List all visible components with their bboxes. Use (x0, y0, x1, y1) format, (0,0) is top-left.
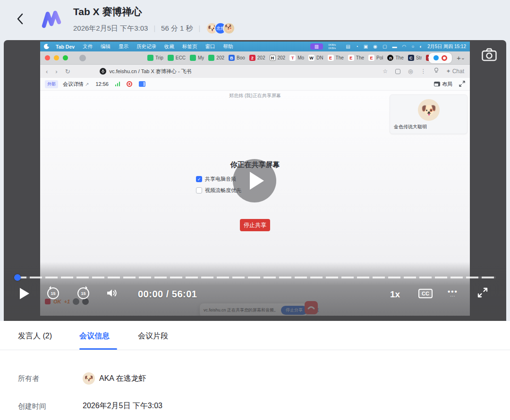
stop-sharing-button[interactable]: 停止共享 (240, 219, 270, 231)
fullscreen-button[interactable] (477, 287, 488, 300)
bookmark-icon[interactable]: ☆ (382, 68, 388, 75)
layout-button[interactable]: 布局 (434, 81, 452, 88)
nav-forward-icon[interactable]: › (55, 68, 57, 75)
browser-tab[interactable]: W DN (308, 55, 323, 61)
browser-tab[interactable]: E The (348, 55, 364, 61)
meeting-detail-label: 会议详情 (63, 81, 84, 88)
menubar-menu-item[interactable]: 编辑 (101, 43, 110, 50)
profile-icon[interactable]: ◎ (408, 68, 413, 75)
twitter-favicon (434, 55, 439, 60)
chat-button[interactable]: ✦ Chat (446, 68, 464, 75)
menubar-status-icons: ▤◔▣◉▢▬◠○◐ (346, 44, 422, 49)
menubar-menu-item[interactable]: 收藏 (164, 43, 174, 50)
share-audio-option[interactable]: ✓ 共享电脑音频 (196, 176, 236, 183)
browser-tab[interactable]: Trip (147, 55, 163, 61)
meeting-toolbar: 外部 会议详情 ↗ 12:56 布局 (40, 78, 470, 91)
expand-meeting-icon[interactable] (459, 81, 465, 88)
meeting-duration: 56 分 1 秒 (161, 24, 193, 33)
recording-dot-icon (127, 81, 132, 87)
meeting-replay-page: Tab X 赛博禅心 2026年2月5日 下午3:03 | 56 分 1 秒 |… (0, 0, 510, 420)
captions-button[interactable]: CC (418, 289, 433, 298)
tab-favicon (147, 55, 153, 61)
progress-knob[interactable] (14, 274, 21, 281)
browser-tab[interactable]: 202 (208, 55, 224, 61)
tab-favicon: T (289, 55, 296, 61)
urlbar-actions: ☆ ◎ ⋮ ✦ Chat (382, 67, 464, 75)
status-icon: ◔ (356, 44, 358, 49)
owner-avatar[interactable]: 🐶 (83, 372, 95, 385)
menubar-status-area: ▥ 0KB/s 0KB/s ▤◔▣◉▢▬◠○◐ 2月5日 周四 15:12 (310, 43, 466, 50)
traffic-close-icon[interactable] (45, 55, 50, 60)
browser-tab[interactable]: E Pol (368, 55, 383, 61)
browser-tab[interactable]: H 202 (270, 55, 286, 61)
view-mode-icon[interactable] (139, 81, 145, 87)
back-button[interactable] (14, 11, 26, 28)
playback-speed-button[interactable]: 1x (390, 289, 400, 300)
avatar[interactable]: 🐕 (223, 22, 235, 34)
tab-label: 202 (257, 55, 265, 60)
apple-icon (44, 44, 49, 49)
more-options-button[interactable]: ••• ··· (448, 289, 458, 299)
traffic-zoom-icon[interactable] (63, 55, 68, 60)
new-tab-button[interactable]: + (457, 54, 461, 62)
lightbulb-icon[interactable] (434, 67, 439, 75)
browser-tabstrip: Trip ECC My (40, 51, 470, 65)
browser-menu-icon[interactable]: ⋮ (421, 68, 426, 75)
menubar-menu-item[interactable]: 历史记录 (136, 43, 156, 50)
progress-bar[interactable] (14, 277, 496, 278)
tab-meeting-info[interactable]: 会议信息 (79, 331, 110, 341)
meeting-detail-link[interactable]: 会议详情 ↗ (63, 81, 89, 88)
tab-favicon: B (229, 55, 235, 61)
menubar-menu-item[interactable]: 标签页 (182, 43, 197, 50)
tab-favicon (168, 55, 174, 61)
browser-tab[interactable]: n The (387, 55, 403, 61)
more-dots-sub: ··· (448, 294, 458, 299)
time-display: 00:00 / 56:01 (138, 289, 197, 300)
traffic-minimize-icon[interactable] (54, 55, 59, 60)
screenshare-status-icon: ▥ (310, 43, 323, 50)
tab-favicon: C (408, 55, 414, 61)
sidebar-toggle-icon[interactable] (79, 55, 86, 61)
header-meta: 2026年2月5日 下午3:03 | 56 分 1 秒 | 🐶 忠炜 🐕 (73, 22, 235, 34)
checkbox-checked-icon[interactable]: ✓ (196, 176, 202, 182)
video-player[interactable]: Tab Dev 文件编辑显示历史记录收藏标签页窗口帮助 ▥ 0KB/s 0KB/… (4, 40, 506, 321)
menubar-menu-item[interactable]: 窗口 (205, 43, 215, 50)
browser-tab[interactable]: ECC (168, 55, 186, 61)
tab-label: My (198, 55, 204, 60)
address-text[interactable]: vc.feishu.cn / Tab X 赛博禅心 - 飞书 (110, 68, 192, 75)
tab-favicon (190, 55, 196, 61)
nav-reload-icon[interactable]: ↻ (65, 68, 70, 75)
tab-overflow-button[interactable]: ⌄ (461, 55, 465, 61)
participant-card[interactable]: 🐶 金色传说大聪明 (390, 94, 468, 134)
meeting-timer: 12:56 (95, 81, 109, 87)
browser-tab[interactable]: B Boo (229, 55, 245, 61)
menubar-menu-item[interactable]: 帮助 (223, 43, 233, 50)
tabs-divider (0, 350, 510, 350)
tab-meeting-clips[interactable]: 会议片段 (138, 331, 168, 341)
skip-back-button[interactable]: 15 (47, 287, 59, 299)
skip-forward-15-icon: 15 (77, 287, 89, 299)
skip-forward-button[interactable]: 15 (77, 287, 89, 299)
active-browser-tab[interactable] (429, 53, 452, 63)
created-time-value: 2026年2月5日 下午3:03 (83, 401, 162, 411)
big-play-button[interactable] (233, 159, 276, 202)
extension-icon[interactable] (395, 69, 400, 74)
menubar-menu-item[interactable]: 文件 (83, 43, 93, 50)
browser-tab[interactable]: My (190, 55, 204, 61)
nav-back-icon[interactable]: ‹ (46, 68, 48, 75)
play-button[interactable] (20, 288, 29, 299)
tab-speakers[interactable]: 发言人 (2) (18, 331, 52, 341)
checkbox-unchecked-icon[interactable] (196, 187, 202, 193)
participant-avatars[interactable]: 🐶 忠炜 🐕 (206, 22, 235, 34)
status-icon: ○ (411, 44, 414, 49)
fullscreen-icon (477, 287, 488, 300)
browser-tab[interactable]: E The (328, 55, 344, 61)
menubar-menu-item[interactable]: 显示 (119, 43, 128, 50)
browser-tab[interactable]: T Mo (289, 55, 304, 61)
screenshot-button[interactable] (479, 46, 500, 64)
browser-tab[interactable]: C Str (408, 55, 422, 61)
cc-icon: CC (418, 289, 433, 298)
volume-button[interactable] (106, 287, 118, 300)
browser-tab[interactable]: 2 202 (249, 55, 265, 61)
layout-label: 布局 (442, 81, 452, 88)
